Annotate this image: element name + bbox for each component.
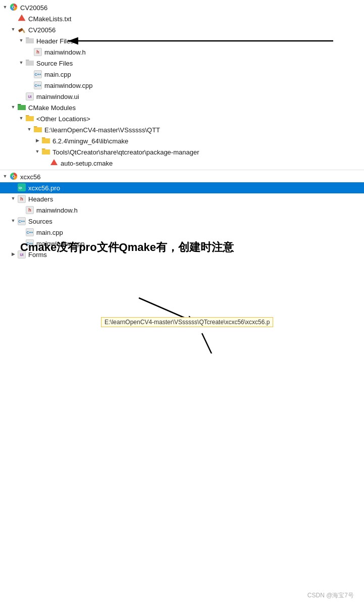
svg-rect-6 [22,29,25,33]
expand-arrow[interactable] [10,251,16,258]
svg-point-2 [13,6,15,8]
folder-icon [26,59,34,68]
tree-item-xcxc56-root[interactable]: xcxc56 [0,171,364,182]
tree-item-label-other-locations: <Other Locations> [36,115,364,123]
tooltip-box: E:\learnOpenCV4-master\VSsssss\QTcreate\… [101,317,273,327]
tree-item-label-auto-setup: auto-setup.cmake [61,160,364,167]
tree-item-cv20056-proj[interactable]: CV20056 [0,24,364,35]
svg-marker-7 [50,159,58,165]
tree-item-label-headers: Headers [28,195,364,203]
expand-arrow[interactable] [2,174,8,180]
no-arrow [42,160,48,166]
cpp-file-icon: C++ [26,228,34,236]
tree-item-label-xcxc56-root: xcxc56 [20,173,364,181]
expand-arrow[interactable] [18,38,24,44]
expand-arrow[interactable] [34,149,40,155]
tree-item-label-source-files: Source Files [36,60,364,67]
tree-item-label-mainwindow-ui: mainwindow.ui [36,93,364,100]
cpp-file-icon: C++ [34,70,42,78]
tree-item-label-cmakelists: CMakeLists.txt [28,15,364,23]
no-arrow [10,185,16,191]
cmake-auto-icon [50,159,58,168]
expand-arrow[interactable] [26,127,32,133]
tree-item-label-main-cpp-1: main.cpp [44,71,364,78]
tree-item-label-cmake-modules: CMake Modules [28,104,364,112]
watermark: CSDN @海宝7号 [307,591,354,600]
expand-arrow[interactable] [10,196,16,202]
tree-item-header-files[interactable]: Header Files [0,35,364,46]
ui-file-icon: UI [26,92,34,100]
folder-icon [26,37,34,45]
tree-item-label-tools-qtcreator: Tools\QtCreator\share\qtcreator\package-… [53,148,364,156]
tree-item-headers[interactable]: hHeaders [0,193,364,204]
no-arrow [18,207,24,213]
tree-item-cv20056-root[interactable]: CV20056 [0,2,364,13]
tree-item-main-cpp-2[interactable]: C++main.cpp [0,227,364,238]
tree-item-mainwindow-h-2[interactable]: hmainwindow.h [0,204,364,216]
header-file-icon: h [34,48,42,56]
tree-item-main-cpp-1[interactable]: C++main.cpp [0,69,364,80]
no-arrow [26,82,32,88]
tree-item-sources[interactable]: C++Sources [0,216,364,227]
no-arrow [26,71,32,77]
tree-item-label-cv20056-root: CV20056 [20,4,364,12]
expand-arrow[interactable] [10,218,16,224]
cmake-icon [10,172,18,182]
svg-point-10 [13,175,15,177]
tree-item-label-e-learn-opencv: E:\learnOpenCV4-master\VSsssss\QTT [44,126,364,134]
cpp-file-icon: C++ [18,217,26,225]
tree-item-xcxc56-pro[interactable]: Qt xcxc56.pro [0,182,364,193]
svg-line-16 [202,333,247,353]
tree-item-cmakelists[interactable]: CMakeLists.txt [0,13,364,24]
folder-yellow-icon [26,115,34,123]
bottom-caption: Cmake没有pro文件Qmake有，创建时注意 [20,240,364,255]
header-file-icon: h [26,206,34,214]
tree-item-mainwindow-h-1[interactable]: hmainwindow.h [0,46,364,58]
tree-item-label-mainwindow-cpp-1: mainwindow.cpp [44,82,364,89]
expand-arrow[interactable] [18,60,24,66]
tree-item-label-header-files: Header Files [36,37,364,45]
no-arrow [18,229,24,235]
tree-item-cmake-modules[interactable]: CMake Modules [0,102,364,113]
tree-item-tools-qtcreator[interactable]: Tools\QtCreator\share\qtcreator\package-… [0,146,364,158]
expand-arrow[interactable] [10,105,16,111]
expand-arrow[interactable] [18,116,24,122]
cmake-icon [10,3,18,13]
tree-item-mainwindow-cpp-1[interactable]: C++mainwindow.cpp [0,80,364,91]
tree-item-source-files[interactable]: Source Files [0,58,364,69]
tree-item-other-locations[interactable]: <Other Locations> [0,113,364,124]
svg-text:Qt: Qt [19,186,22,189]
expand-arrow[interactable] [34,138,40,144]
folder-yellow-icon [42,148,50,157]
tree-item-e-learn-opencv[interactable]: E:\learnOpenCV4-master\VSsssss\QTT [0,124,364,135]
tree-item-label-mainwindow-h-1: mainwindow.h [44,48,364,56]
folder-yellow-icon [34,126,42,134]
cpp-file-icon: C++ [34,81,42,89]
tree-item-label-mingw-lib: 6.2.4\mingw_64\lib\cmake [53,137,364,145]
tree-item-mingw-lib[interactable]: 6.2.4\mingw_64\lib\cmake [0,135,364,146]
pro-file-icon: Qt [18,183,26,193]
tree-item-label-main-cpp-2: main.cpp [36,229,364,236]
tree-item-mainwindow-ui[interactable]: UImainwindow.ui [0,91,364,102]
tree-item-label-xcxc56-pro: xcxc56.pro [28,184,364,192]
svg-marker-3 [18,15,25,21]
cmake-txt-icon [18,14,26,24]
folder-yellow-icon [42,137,50,145]
tree-item-label-sources: Sources [28,218,364,225]
no-arrow [26,49,32,55]
tree-item-auto-setup[interactable]: auto-setup.cmake [0,158,364,169]
expand-arrow[interactable] [2,5,8,11]
tree-item-label-mainwindow-h-2: mainwindow.h [36,207,364,214]
folder-green-icon [18,104,26,112]
expand-arrow[interactable] [10,27,16,33]
header-file-icon: h [18,195,26,203]
file-tree: CV20056 CMakeLists.txt CV20056 Header Fi… [0,0,364,260]
no-arrow [10,16,16,22]
hammer-icon [18,25,26,35]
no-arrow [18,93,24,99]
tree-item-label-cv20056-proj: CV20056 [28,26,364,34]
